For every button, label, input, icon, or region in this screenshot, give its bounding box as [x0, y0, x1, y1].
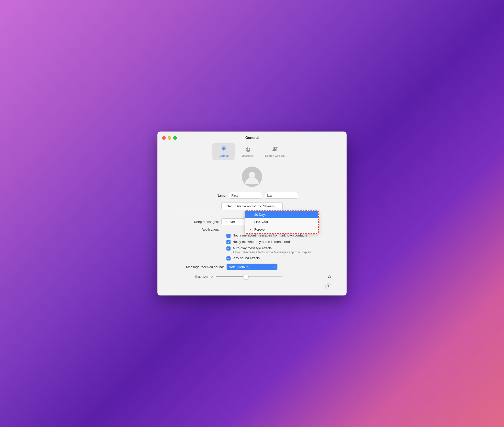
sound-select[interactable]: Note (Default) ▲ ▼	[226, 264, 278, 270]
imessage-tab-label: iMessage	[241, 154, 253, 157]
sound-label: Message received sound:	[173, 265, 224, 269]
text-size-small-a: A	[211, 275, 213, 279]
dropdown-item-oneyear-label: One Year	[254, 220, 268, 224]
window-title: General	[245, 136, 259, 140]
text-size-label: Text size:	[173, 275, 209, 279]
dropdown-item-30days[interactable]: 30 Days	[245, 211, 318, 218]
application-label: Application:	[173, 228, 219, 231]
settings-window: General General @ iMessage	[157, 132, 347, 295]
checkbox-autoplay[interactable]	[226, 246, 231, 251]
name-row: Name:	[173, 192, 331, 199]
sound-row: Message received sound: Note (Default) ▲…	[173, 264, 331, 270]
tab-shared[interactable]: Shared with You	[259, 143, 292, 160]
checkbox-notify-unknown[interactable]	[226, 234, 231, 238]
check-mark-forever: ✓	[249, 228, 253, 231]
avatar-section	[173, 167, 331, 187]
title-bar: General General @ iMessage	[157, 132, 347, 160]
sound-chevron: ▲ ▼	[273, 265, 275, 269]
checkbox-row-notify-unknown: Notify me about messages from unknown co…	[226, 233, 331, 238]
shared-tab-label: Shared with You	[265, 154, 285, 157]
shared-icon	[272, 145, 279, 153]
minimize-button[interactable]	[168, 136, 171, 140]
checkbox-autoplay-subtext: Allow full-screen effects in the Message…	[233, 251, 311, 254]
toolbar: General @ iMessage	[212, 143, 292, 160]
keep-messages-label: Keep messages:	[173, 220, 219, 224]
checkbox-autoplay-text-block: Auto-play message effects Allow full-scr…	[233, 246, 311, 254]
sound-value: Note (Default)	[229, 265, 249, 269]
last-name-input[interactable]	[265, 192, 298, 199]
general-tab-label: General	[219, 154, 228, 157]
checkbox-notify-unknown-label: Notify me about messages from unknown co…	[233, 233, 307, 237]
checkbox-row-notify-mentioned: Notify me when my name is mentioned	[226, 240, 331, 244]
checkbox-autoplay-label: Auto-play message effects	[233, 246, 311, 250]
keep-messages-dropdown[interactable]: 30 Days One Year ✓ Forever	[245, 210, 319, 234]
help-row: ?	[173, 283, 331, 289]
help-button[interactable]: ?	[325, 283, 331, 289]
imessage-icon: @	[244, 145, 250, 153]
main-content: Name: Set up Name and Photo Sharing... 3…	[157, 160, 347, 295]
text-size-large-a: A	[328, 274, 331, 280]
svg-point-1	[273, 147, 276, 149]
keep-messages-value: Forever	[224, 220, 235, 224]
checkbox-section: Notify me about messages from unknown co…	[226, 233, 331, 260]
checkbox-row-autoplay: Auto-play message effects Allow full-scr…	[226, 246, 331, 254]
traffic-lights	[162, 136, 177, 140]
checkbox-notify-mentioned-label: Notify me when my name is mentioned	[233, 240, 290, 244]
avatar[interactable]	[242, 167, 262, 187]
text-size-slider[interactable]	[216, 276, 282, 277]
text-size-row: Text size: A A	[173, 274, 331, 280]
tab-imessage[interactable]: @ iMessage	[235, 143, 259, 160]
maximize-button[interactable]	[173, 136, 177, 140]
dropdown-item-30days-label: 30 Days	[254, 213, 267, 217]
tab-general[interactable]: General	[212, 143, 235, 160]
name-label: Name:	[206, 194, 226, 197]
checkbox-sound-label: Play sound effects	[233, 256, 260, 260]
gear-icon	[220, 145, 227, 153]
text-size-slider-container	[216, 276, 325, 277]
svg-point-2	[276, 147, 278, 149]
close-button[interactable]	[162, 136, 166, 140]
dropdown-item-oneyear[interactable]: One Year	[245, 218, 318, 226]
dropdown-item-forever[interactable]: ✓ Forever	[245, 226, 318, 233]
dropdown-item-forever-label: Forever	[254, 228, 266, 231]
svg-point-4	[249, 172, 255, 178]
svg-text:@: @	[246, 146, 250, 152]
checkbox-row-sound: Play sound effects	[226, 256, 331, 260]
setup-button-row: Set up Name and Photo Sharing... 30 Days…	[173, 202, 331, 210]
first-name-input[interactable]	[229, 192, 262, 199]
setup-button[interactable]: Set up Name and Photo Sharing...	[221, 202, 283, 210]
checkbox-sound[interactable]	[226, 256, 231, 260]
checkbox-notify-mentioned[interactable]	[226, 240, 231, 244]
